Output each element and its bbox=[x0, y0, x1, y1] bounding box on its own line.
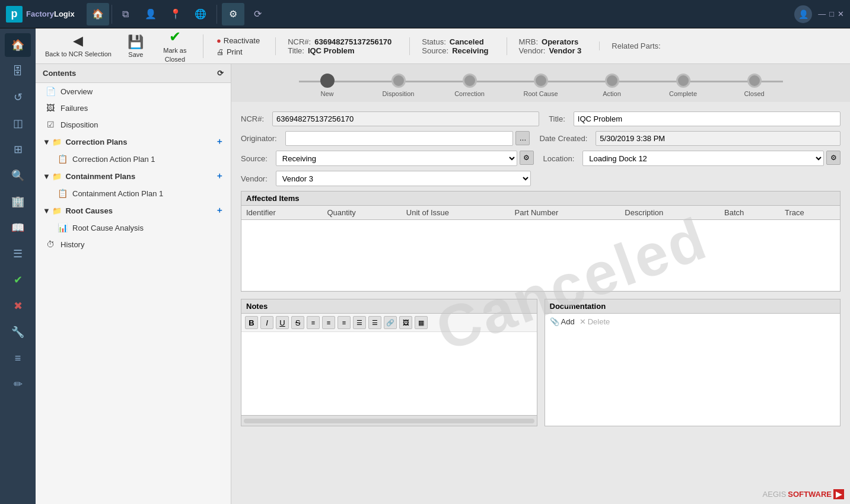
image-btn[interactable]: 🖼 bbox=[399, 316, 412, 329]
app-logo: p FactoryLogix bbox=[6, 6, 75, 23]
nav-item-disposition[interactable]: ☑ Disposition bbox=[36, 116, 231, 133]
sidebar-check-icon[interactable]: ✔ bbox=[5, 268, 31, 292]
restore-btn[interactable]: □ bbox=[829, 9, 834, 18]
align-right-btn[interactable]: ≡ bbox=[338, 316, 351, 329]
ncr-hash-value: 636948275137256170 bbox=[314, 37, 391, 46]
nav-group-root-causes[interactable]: ▼ 📁 Root Causes ＋ bbox=[36, 202, 231, 219]
sidebar-building-icon[interactable]: 🏢 bbox=[5, 190, 31, 213]
app-name: FactoryLogix bbox=[26, 9, 75, 18]
reactivate-icon: ● bbox=[217, 36, 221, 45]
location-input-group: Loading Dock 12 ⚙ bbox=[582, 151, 841, 166]
root-causes-add-btn[interactable]: ＋ bbox=[215, 205, 224, 216]
sidebar-list2-icon[interactable]: ≡ bbox=[5, 346, 31, 370]
sidebar-edit-icon[interactable]: ✏ bbox=[5, 372, 31, 396]
workflow-step-disposition[interactable]: Disposition bbox=[363, 74, 434, 97]
source-select[interactable]: Receiving bbox=[276, 151, 517, 166]
status-value: Canceled bbox=[450, 37, 484, 46]
home-nav-btn[interactable]: 🏠 bbox=[87, 3, 109, 25]
link-btn[interactable]: 🔗 bbox=[384, 316, 397, 329]
add-doc-btn[interactable]: 📎 Add bbox=[550, 317, 575, 326]
sidebar-grid-icon[interactable]: ⊞ bbox=[5, 138, 31, 161]
minimize-btn[interactable]: — bbox=[818, 9, 826, 18]
originator-browse-btn[interactable]: … bbox=[515, 131, 530, 145]
align-left-btn[interactable]: ≡ bbox=[307, 316, 320, 329]
vendor-field-label: Vendor: bbox=[241, 174, 271, 183]
sidebar-book-icon[interactable]: 📖 bbox=[5, 216, 31, 240]
copy-nav-btn[interactable]: ⧉ bbox=[114, 3, 137, 25]
workflow-step-complete[interactable]: Complete bbox=[648, 74, 719, 97]
strikethrough-btn[interactable]: S bbox=[291, 316, 304, 329]
form-row-3: Source: Receiving ⚙ Location: Loading Do… bbox=[241, 151, 841, 166]
step-dot-new bbox=[320, 74, 335, 88]
correction-plans-add-btn[interactable]: ＋ bbox=[215, 136, 224, 147]
ol-btn[interactable]: ☰ bbox=[368, 316, 381, 329]
workflow-step-root-cause[interactable]: Root Cause bbox=[505, 74, 577, 97]
col-batch: Batch bbox=[720, 206, 780, 220]
workflow-step-correction[interactable]: Correction bbox=[434, 74, 505, 97]
back-button[interactable]: ◀ Back to NCR Selection bbox=[45, 33, 112, 58]
underline-btn[interactable]: U bbox=[276, 316, 289, 329]
notes-body[interactable] bbox=[241, 332, 537, 415]
originator-field[interactable] bbox=[285, 131, 514, 146]
ncr-field[interactable] bbox=[272, 111, 539, 126]
affected-items-section: Affected Items Identifier Quantity Unit … bbox=[241, 191, 841, 292]
location-settings-btn[interactable]: ⚙ bbox=[826, 151, 841, 165]
mark-closed-button[interactable]: ✔ Mark asClosed bbox=[160, 28, 190, 63]
step-dot-complete bbox=[676, 74, 690, 88]
history-nav-btn[interactable]: ⟳ bbox=[247, 3, 269, 25]
location-select[interactable]: Loading Dock 12 bbox=[582, 151, 824, 166]
sidebar-home-icon[interactable]: 🏠 bbox=[5, 33, 31, 57]
nav-group-correction-plans[interactable]: ▼ 📁 Correction Plans ＋ bbox=[36, 133, 231, 151]
rca-icon: 📊 bbox=[57, 223, 68, 232]
nav-group-containment-plans[interactable]: ▼ 📁 Containment Plans ＋ bbox=[36, 167, 231, 185]
nav-item-overview[interactable]: 📄 Overview bbox=[36, 83, 231, 100]
workflow-step-action[interactable]: Action bbox=[577, 74, 648, 97]
workflow-step-closed[interactable]: Closed bbox=[719, 74, 790, 97]
nav-item-containment-action-plan-1[interactable]: 📋 Containment Action Plan 1 bbox=[36, 185, 231, 202]
table-btn[interactable]: ▦ bbox=[415, 316, 428, 329]
nav-item-failures[interactable]: 🖼 Failures bbox=[36, 100, 231, 116]
settings-nav-btn[interactable]: ⚙ bbox=[222, 3, 244, 25]
location-label: Location: bbox=[543, 154, 578, 163]
aegis-logo: AEGIS SOFTWARE ▶ bbox=[763, 489, 844, 499]
ul-btn[interactable]: ☰ bbox=[353, 316, 366, 329]
overview-icon: 📄 bbox=[45, 87, 56, 96]
mrb-value: Operators bbox=[542, 37, 578, 46]
align-center-btn[interactable]: ≡ bbox=[322, 316, 335, 329]
save-button[interactable]: 💾 Save bbox=[121, 34, 151, 58]
location-nav-btn[interactable]: 📍 bbox=[164, 3, 187, 25]
title-field[interactable] bbox=[574, 111, 841, 126]
italic-btn[interactable]: I bbox=[260, 316, 273, 329]
source-settings-btn[interactable]: ⚙ bbox=[520, 151, 534, 165]
left-nav-panel: Contents ⟳ 📄 Overview 🖼 Failures ☑ Dispo… bbox=[36, 64, 231, 504]
nav-item-root-cause-analysis[interactable]: 📊 Root Cause Analysis bbox=[36, 219, 231, 236]
user-avatar[interactable]: 👤 bbox=[794, 5, 812, 23]
bold-btn[interactable]: B bbox=[245, 316, 258, 329]
save-label: Save bbox=[128, 51, 143, 58]
main-layout: 🏠 🗄 ↺ ◫ ⊞ 🔍 🏢 📖 ☰ ✔ ✖ 🔧 ≡ ✏ ◀ Back to NC… bbox=[0, 28, 850, 504]
affected-items-header: Affected Items bbox=[241, 192, 840, 206]
notes-scrollbar[interactable] bbox=[241, 415, 537, 426]
sidebar-database-icon[interactable]: 🗄 bbox=[5, 59, 31, 83]
nav-item-correction-action-plan-1[interactable]: 📋 Correction Action Plan 1 bbox=[36, 151, 231, 167]
reactivate-button[interactable]: ● Reactivate bbox=[217, 36, 260, 45]
contents-refresh-icon[interactable]: ⟳ bbox=[217, 69, 224, 78]
print-button[interactable]: 🖨 Print bbox=[217, 47, 260, 56]
globe-nav-btn[interactable]: 🌐 bbox=[189, 3, 212, 25]
sidebar-list-icon[interactable]: ☰ bbox=[5, 242, 31, 266]
sidebar-refresh-icon[interactable]: ↺ bbox=[5, 85, 31, 109]
delete-doc-label: Delete bbox=[588, 317, 610, 326]
nav-label-cap: Correction Action Plan 1 bbox=[72, 155, 155, 164]
workflow-step-new[interactable]: New bbox=[292, 74, 363, 97]
users-nav-btn[interactable]: 👤 bbox=[139, 3, 162, 25]
close-btn[interactable]: ✕ bbox=[838, 9, 844, 18]
sidebar-cancel-icon[interactable]: ✖ bbox=[5, 294, 31, 318]
sidebar-search-icon[interactable]: 🔍 bbox=[5, 164, 31, 187]
sidebar-layers-icon[interactable]: ◫ bbox=[5, 111, 31, 135]
history-icon: ⏱ bbox=[45, 240, 56, 249]
containment-plans-add-btn[interactable]: ＋ bbox=[215, 171, 224, 181]
sidebar-tools-icon[interactable]: 🔧 bbox=[5, 320, 31, 344]
affected-table-body bbox=[241, 220, 840, 291]
nav-item-history[interactable]: ⏱ History bbox=[36, 236, 231, 253]
vendor-select[interactable]: Vendor 3 bbox=[276, 171, 531, 186]
